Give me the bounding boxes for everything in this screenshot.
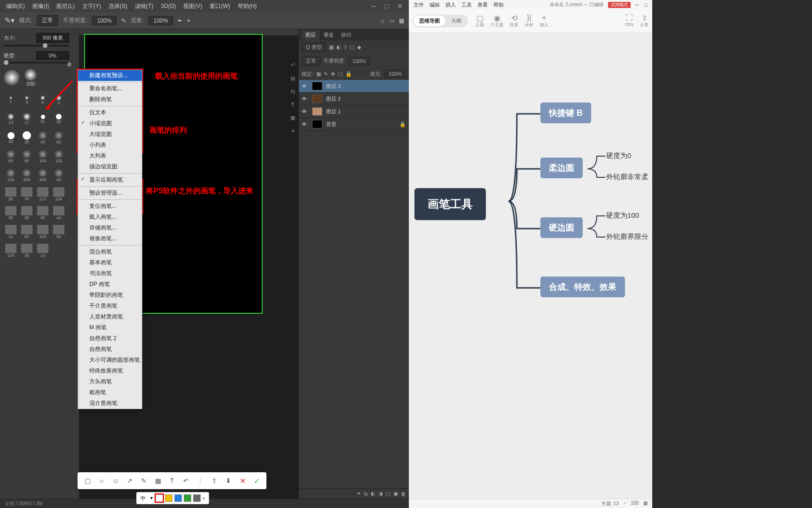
fill-value[interactable]: 100% bbox=[384, 70, 406, 78]
brush-preset[interactable]: 17 bbox=[20, 111, 34, 127]
adjustment-icon[interactable]: ◑ bbox=[378, 491, 383, 497]
brush-preset[interactable]: 3 bbox=[20, 92, 34, 109]
panel-icon[interactable]: ▭ bbox=[389, 17, 394, 24]
color-yellow[interactable] bbox=[165, 494, 172, 502]
menu-item[interactable]: 书法画笔 bbox=[78, 268, 142, 279]
menu-item[interactable]: 存储画笔... bbox=[78, 222, 142, 233]
workspace-icon[interactable]: ▦ bbox=[399, 17, 404, 24]
xm-right-btn[interactable]: ⇪分享 bbox=[640, 14, 648, 28]
xm-tool-btn[interactable]: +插入 bbox=[540, 14, 548, 28]
hardness-slider[interactable] bbox=[4, 62, 69, 64]
tab-layers[interactable]: 图层 bbox=[302, 30, 320, 40]
menu-item[interactable]: 混合画笔 bbox=[78, 246, 142, 257]
lock-trans-icon[interactable]: ▦ bbox=[316, 71, 321, 77]
xm-tool-btn[interactable]: ▢主题 bbox=[476, 14, 484, 28]
menu-3d[interactable]: 3D(D) bbox=[157, 3, 180, 9]
trash-icon[interactable]: 🗑 bbox=[401, 491, 406, 497]
new-layer-icon[interactable]: ▣ bbox=[393, 491, 398, 497]
mindmap-node[interactable]: 快捷键 B bbox=[540, 103, 591, 123]
text-tool[interactable]: T bbox=[165, 475, 179, 486]
xm-menu-edit[interactable]: 编辑 bbox=[427, 1, 443, 8]
visibility-icon[interactable]: 👁 bbox=[302, 121, 308, 127]
paragraph-icon[interactable]: ¶ bbox=[288, 100, 297, 109]
brush-preset[interactable]: 45 bbox=[36, 129, 50, 146]
confirm-button[interactable]: ✓ bbox=[250, 475, 264, 486]
menu-item[interactable]: 大列表 bbox=[78, 151, 142, 161]
fx-icon[interactable]: fx bbox=[364, 491, 368, 497]
color-green[interactable] bbox=[184, 494, 191, 502]
menu-item[interactable]: 替换画笔... bbox=[78, 233, 142, 244]
xm-tool-btn[interactable]: ◉子主题 bbox=[491, 14, 503, 28]
flow-field[interactable]: 100% bbox=[148, 16, 173, 25]
filter-shape-icon[interactable]: ▢ bbox=[350, 44, 354, 50]
brush-preset[interactable]: 44 bbox=[52, 205, 66, 222]
lock-artboard-icon[interactable]: ▢ bbox=[338, 71, 343, 77]
brush-preset[interactable]: 300 bbox=[36, 167, 50, 184]
xm-min-icon[interactable]: ─ bbox=[632, 2, 642, 8]
close-icon[interactable]: ✕ bbox=[393, 2, 406, 10]
menu-item[interactable]: 小列表 bbox=[78, 140, 142, 151]
tab-paths[interactable]: 路径 bbox=[337, 30, 355, 40]
download-tool[interactable]: ⬇ bbox=[221, 475, 235, 486]
brush-preset[interactable]: 85 bbox=[36, 205, 50, 222]
menu-select[interactable]: 选择(S) bbox=[105, 2, 131, 10]
menu-layer[interactable]: 图层(L) bbox=[53, 2, 78, 10]
brush-preset[interactable]: 14 bbox=[36, 242, 50, 259]
share-tool[interactable]: ⇪ bbox=[207, 475, 221, 486]
menu-item[interactable]: 自然画笔 2 bbox=[78, 333, 142, 344]
airbrush-icon[interactable]: ✒ bbox=[178, 17, 182, 24]
search-icon[interactable]: ⌕ bbox=[381, 17, 384, 24]
pressure-size-icon[interactable]: ⌖ bbox=[187, 17, 190, 24]
menu-item[interactable]: 复位画笔... bbox=[78, 201, 142, 212]
menu-item[interactable]: M 画笔 bbox=[78, 322, 142, 333]
history-icon[interactable]: ↶ bbox=[288, 60, 297, 70]
color-gray[interactable] bbox=[193, 494, 201, 502]
menu-filter[interactable]: 滤镜(T) bbox=[131, 2, 157, 10]
brush-preset[interactable]: 35 bbox=[20, 129, 34, 146]
lock-pos-icon[interactable]: ✥ bbox=[331, 71, 335, 77]
mosaic-tool[interactable]: ▦ bbox=[151, 475, 165, 486]
brush-preset[interactable]: 70 bbox=[20, 186, 34, 203]
menu-item[interactable]: DP 画笔 bbox=[78, 279, 142, 290]
mindmap-leaf[interactable]: 外轮廓非常柔 bbox=[606, 173, 648, 182]
character-icon[interactable]: A| bbox=[288, 87, 297, 96]
menu-item[interactable]: 方头画笔 bbox=[78, 376, 142, 387]
brush-preset[interactable]: 200 bbox=[20, 167, 34, 184]
menu-item[interactable]: 大小可调的圆形画笔 bbox=[78, 355, 142, 365]
brush-tool-icon[interactable]: ✎▾ bbox=[5, 16, 15, 25]
brush-preset[interactable]: 100 bbox=[4, 242, 18, 259]
color-red-outline[interactable] bbox=[156, 494, 163, 502]
maximize-icon[interactable]: □ bbox=[380, 2, 393, 10]
menu-help[interactable]: 帮助(H) bbox=[234, 2, 261, 10]
brush-preset[interactable]: 30 bbox=[20, 205, 34, 222]
xm-menu-tools[interactable]: 工具 bbox=[459, 1, 475, 8]
pressure-opacity-icon[interactable]: ✎ bbox=[121, 17, 126, 24]
menu-edit[interactable]: 编辑(E) bbox=[2, 2, 29, 10]
mindmap-leaf[interactable]: 硬度为100 bbox=[606, 211, 639, 220]
tab-outline[interactable]: 大纲 bbox=[445, 16, 467, 26]
kind-filter[interactable]: Q 类型 bbox=[302, 42, 326, 52]
brush-preset[interactable]: 105 bbox=[36, 223, 50, 240]
brush-preset[interactable]: 60 bbox=[52, 129, 66, 146]
menu-item[interactable]: 预设管理器... bbox=[78, 188, 142, 198]
mindmap-node[interactable]: 柔边圆 bbox=[540, 158, 583, 178]
hardness-input[interactable]: 0% bbox=[36, 51, 69, 60]
layer-row[interactable]: 👁图层 3 bbox=[299, 80, 409, 93]
visibility-icon[interactable]: 👁 bbox=[302, 83, 308, 89]
menu-item[interactable]: 描边缩览图 bbox=[78, 161, 142, 172]
undo-tool[interactable]: ↶ bbox=[179, 475, 193, 486]
menu-item[interactable]: 新建画笔预设... bbox=[78, 70, 142, 81]
circle-tool[interactable]: ○ bbox=[94, 475, 109, 486]
filter-smart-icon[interactable]: ◆ bbox=[357, 44, 361, 50]
mask-icon[interactable]: ◐ bbox=[371, 491, 375, 497]
layer-row[interactable]: 👁图层 1 bbox=[299, 105, 409, 118]
xm-max-icon[interactable]: □ bbox=[641, 2, 650, 8]
brush-preset[interactable]: 100 bbox=[36, 148, 50, 165]
brush-preset[interactable]: 39 bbox=[20, 242, 34, 259]
mindmap-leaf[interactable]: 硬度为0 bbox=[606, 151, 631, 160]
layer-row[interactable]: 👁图层 2 bbox=[299, 93, 409, 105]
zoom-in-icon[interactable]: 100 bbox=[631, 500, 639, 507]
brush-preset[interactable]: 80 bbox=[20, 148, 34, 165]
layer-opacity[interactable]: 100% bbox=[348, 57, 370, 65]
mindmap-node[interactable]: 合成、特效、效果 bbox=[540, 277, 625, 297]
